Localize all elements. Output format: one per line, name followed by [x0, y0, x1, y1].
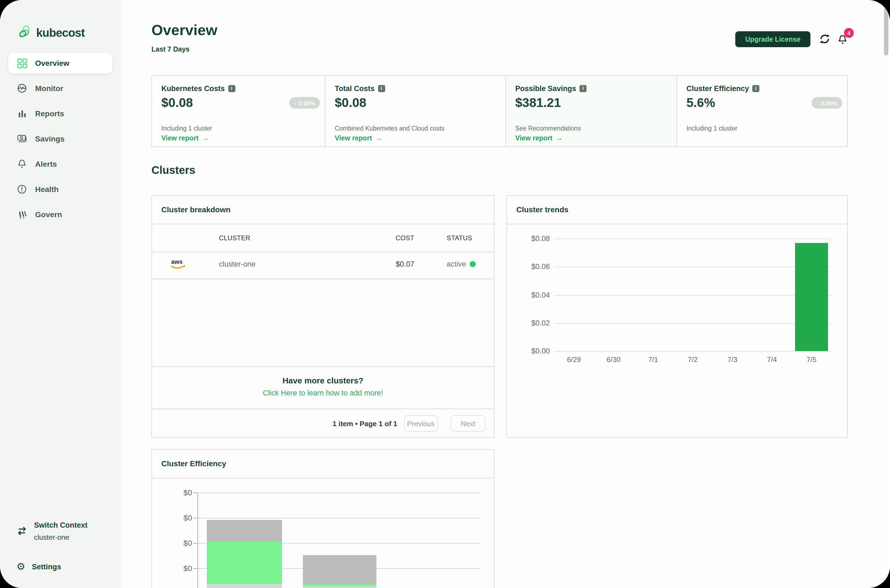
x-axis-tick-label: 7/4	[767, 356, 777, 364]
gridline	[198, 518, 480, 518]
sidebar-item-govern[interactable]: Govern	[8, 204, 113, 225]
y-axis-line	[198, 492, 198, 588]
x-axis-tick-label: 7/1	[648, 356, 658, 364]
gridline	[198, 492, 480, 493]
refresh-icon	[819, 38, 831, 46]
next-page-button[interactable]: Next	[450, 415, 486, 432]
x-axis-tick-label: 7/2	[688, 356, 698, 364]
bar-segment-base	[303, 586, 377, 588]
sidebar-item-label: Monitor	[35, 84, 63, 93]
stat-description: Combined Kubernetes and Cloud costs	[335, 125, 444, 132]
sidebar-item-alerts[interactable]: Alerts	[8, 154, 113, 174]
refresh-button[interactable]	[819, 33, 831, 45]
kubecost-logo: kubecost	[19, 25, 84, 40]
stat-card-possible-savings: Possible Savingsi $381.21 See Recommenda…	[505, 76, 677, 147]
gridline	[554, 238, 831, 239]
aws-logo: aws	[170, 258, 186, 273]
bar-segment-efficient	[207, 542, 282, 584]
info-icon[interactable]: i	[228, 85, 235, 92]
sidebar-item-label: Health	[35, 185, 59, 194]
efficiency-bar	[207, 520, 282, 588]
axis-tick	[193, 518, 198, 518]
previous-page-button[interactable]: Previous	[404, 415, 438, 432]
delta-badge: ↓0.00%	[812, 97, 842, 109]
arrow-down-icon: ↓	[816, 99, 819, 106]
sidebar-item-savings[interactable]: Savings	[8, 128, 113, 149]
page-title: Overview	[152, 22, 217, 39]
sidebar-item-overview[interactable]: Overview	[8, 52, 113, 74]
stat-description: Including 1 cluster	[161, 125, 212, 132]
info-icon[interactable]: i	[378, 85, 385, 92]
cluster-trends-plot: $0.00$0.02$0.04$0.06$0.086/296/307/17/27…	[507, 224, 847, 437]
view-report-link[interactable]: View report→	[161, 134, 209, 142]
y-axis-tick-label: $0.06	[517, 263, 550, 271]
sidebar-item-label: Savings	[35, 134, 65, 143]
stat-value: $381.21	[515, 96, 561, 110]
y-axis-tick-label: $0	[159, 538, 192, 548]
cluster-cost: $0.07	[371, 260, 414, 268]
gear-icon: ⚙	[17, 562, 25, 572]
stat-label: Total Costs	[335, 84, 375, 93]
trend-bar	[795, 243, 828, 351]
sidebar: kubecost Overview	[0, 0, 121, 588]
cluster-trends-card: Cluster trends $0.00$0.02$0.04$0.06$0.08…	[506, 195, 848, 438]
cluster-breakdown-card: Cluster breakdown CLUSTER COST STATUS aw…	[152, 195, 494, 438]
sidebar-item-monitor[interactable]: Monitor	[8, 78, 113, 99]
y-axis-tick-label: $0	[159, 564, 192, 573]
info-icon[interactable]: i	[579, 85, 587, 92]
column-header-cluster: CLUSTER	[219, 234, 251, 242]
notification-count-badge: 4	[844, 28, 854, 38]
card-title: Cluster breakdown	[161, 205, 230, 214]
card-title: Cluster Efficiency	[161, 459, 226, 468]
status-dot	[470, 261, 476, 267]
swap-arrows-icon	[17, 526, 27, 542]
stat-card-kubernetes-costs: Kubernetes Costsi $0.08 ↓0.00% Including…	[152, 76, 325, 147]
axis-tick	[193, 568, 198, 569]
view-report-link[interactable]: View report→	[515, 134, 563, 142]
cluster-name: cluster-one	[219, 260, 256, 268]
arrow-right-icon: →	[556, 134, 563, 142]
info-icon[interactable]: i	[752, 85, 759, 92]
upgrade-license-button[interactable]: Upgrade License	[735, 31, 810, 47]
y-axis-tick-label: $0.08	[517, 234, 550, 243]
gridline	[554, 295, 831, 296]
x-axis-tick-label: 7/5	[807, 356, 816, 364]
settings-button[interactable]: ⚙ Settings	[17, 562, 61, 572]
scrollbar-thumb[interactable]	[884, 2, 888, 56]
sidebar-item-label: Alerts	[35, 160, 57, 168]
gridline	[554, 267, 831, 267]
arrow-right-icon: →	[202, 134, 209, 142]
cluster-status: active	[447, 260, 476, 268]
add-clusters-link[interactable]: Click Here to learn how to add more!	[152, 389, 494, 397]
sidebar-item-reports[interactable]: Reports	[8, 103, 113, 124]
axis-tick	[193, 543, 198, 544]
axis-tick	[193, 492, 198, 493]
efficiency-bar	[303, 555, 377, 588]
y-axis-tick-label: $0.04	[517, 291, 550, 299]
view-report-link[interactable]: View report→	[335, 134, 382, 142]
stat-value: $0.08	[335, 96, 366, 110]
stat-value: $0.08	[161, 96, 193, 110]
card-title: Cluster trends	[516, 205, 569, 214]
cash-icon	[17, 133, 27, 144]
switch-context[interactable]: Switch Context cluster-one	[17, 521, 87, 542]
bell-icon	[17, 159, 27, 170]
sidebar-item-label: Govern	[35, 210, 62, 219]
bar-chart-icon	[17, 108, 27, 119]
stat-value: 5.6%	[686, 96, 715, 110]
y-axis-tick-label: $0	[159, 513, 192, 522]
kubecost-logo-icon	[19, 25, 32, 40]
bar-segment-efficient	[303, 584, 377, 586]
svg-text:aws: aws	[171, 258, 183, 265]
main-content: Overview Last 7 Days Upgrade License	[121, 0, 890, 588]
date-range-label: Last 7 Days	[152, 45, 189, 53]
settings-label: Settings	[32, 562, 61, 571]
x-axis-tick-label: 6/30	[606, 356, 621, 364]
app-window: kubecost Overview	[0, 0, 890, 588]
arrow-down-icon: ↓	[294, 99, 297, 106]
sidebar-item-health[interactable]: Health	[8, 179, 113, 200]
x-axis-tick-label: 6/29	[567, 356, 581, 364]
clusters-heading: Clusters	[152, 164, 195, 177]
bar-segment-idle	[207, 520, 282, 542]
sidebar-item-label: Overview	[35, 59, 69, 68]
